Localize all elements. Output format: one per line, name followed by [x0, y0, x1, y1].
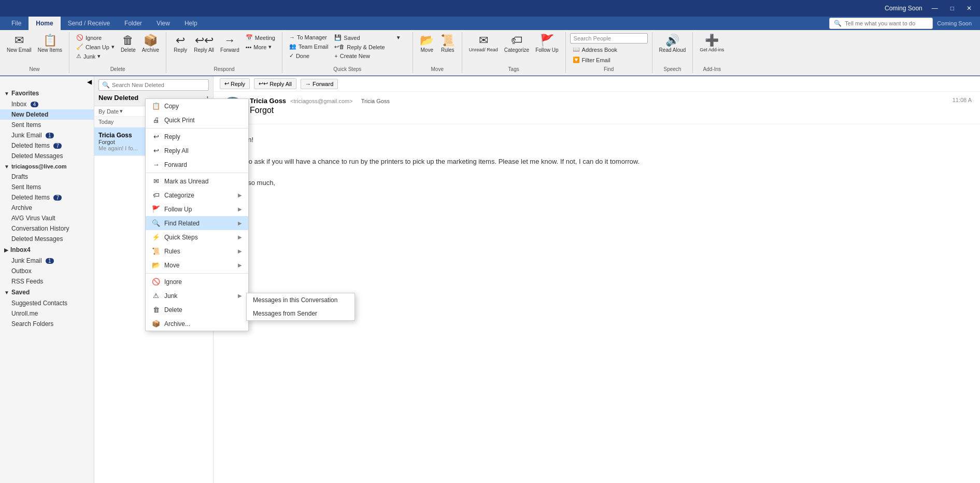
delete-button[interactable]: 🗑 Delete	[118, 33, 138, 54]
unread-read-button[interactable]: ✉ Unread/ Read	[466, 33, 501, 54]
tab-file[interactable]: File	[4, 17, 29, 30]
done-button[interactable]: ✓ Done	[287, 51, 331, 60]
move-buttons: 📂 Move 📜 Rules	[417, 33, 458, 65]
sidebar-item-suggested[interactable]: Suggested Contacts	[0, 298, 94, 308]
tab-view[interactable]: View	[149, 17, 177, 30]
filter-email-button[interactable]: 🔽 Filter Email	[570, 55, 613, 64]
tab-home[interactable]: Home	[29, 17, 60, 30]
ctx-follow-up[interactable]: 🚩 Follow Up ▶	[146, 202, 248, 216]
sidebar-item-avg[interactable]: AVG Virus Vault	[0, 213, 94, 223]
date-sort[interactable]: By Date ▾	[98, 108, 123, 115]
ctx-delete[interactable]: 🗑 Delete	[146, 303, 248, 317]
categorize-button[interactable]: 🏷 Categorize	[502, 33, 532, 54]
sidebar-item-new-deleted[interactable]: New Deleted	[0, 109, 94, 120]
saved-button[interactable]: 💾 Saved	[332, 33, 387, 42]
sidebar-item-sent[interactable]: Sent Items	[0, 120, 94, 130]
sidebar-item-account-deleted[interactable]: Deleted Items 7	[0, 192, 94, 203]
window-minimize[interactable]: —	[929, 5, 941, 12]
ctx-archive[interactable]: 📦 Archive...	[146, 317, 248, 331]
respond-buttons: ↩ Reply ↩↩ Reply All → Forward 📅 Meeting	[171, 33, 278, 65]
tell-me-box[interactable]: 🔍	[829, 18, 933, 29]
sidebar-inbox-header[interactable]: ▶ Inbox 4	[0, 244, 94, 255]
junk-icon: ⚠	[76, 53, 81, 60]
reply-delete-button[interactable]: ↩🗑 Reply & Delete	[332, 42, 387, 51]
sidebar-item-inbox[interactable]: Inbox 4	[0, 99, 94, 109]
sidebar-item-rss[interactable]: RSS Feeds	[0, 276, 94, 287]
create-new-button[interactable]: + Create New	[332, 52, 387, 60]
sidebar-account-header[interactable]: ▼ triciagoss@live.com	[0, 161, 94, 172]
submenu-messages-sender[interactable]: Messages from Sender	[247, 307, 354, 320]
new-items-button[interactable]: 📋 New Items	[35, 33, 65, 54]
context-menu: 📋 Copy 🖨 Quick Print ↩ Reply ↩ Reply All…	[145, 98, 249, 331]
cleanup-icon: 🧹	[76, 44, 83, 50]
junk-button[interactable]: ⚠ Junk ▾	[74, 52, 117, 61]
sidebar-item-junk[interactable]: Junk Email 1	[0, 130, 94, 140]
sidebar-item-search-folders[interactable]: Search Folders	[0, 319, 94, 329]
search-people-box[interactable]: Search People	[570, 33, 648, 44]
quicksteps-expand-button[interactable]: ▼	[389, 33, 408, 42]
ctx-move[interactable]: 📂 Move ▶	[146, 258, 248, 272]
tell-me-input[interactable]	[845, 20, 928, 26]
read-aloud-button[interactable]: 🔊 Read Aloud	[657, 33, 689, 54]
ctx-reply[interactable]: ↩ Reply	[146, 130, 248, 144]
sidebar-item-account-sent[interactable]: Sent Items	[0, 182, 94, 192]
ctx-ignore[interactable]: 🚫 Ignore	[146, 275, 248, 289]
more-respond-button[interactable]: ••• More ▾	[243, 42, 278, 51]
cleanup-button[interactable]: 🧹 Clean Up ▾	[74, 42, 117, 51]
email-sender: Tricia Goss	[98, 132, 132, 139]
ctx-junk[interactable]: ⚠ Junk ▶	[146, 289, 248, 303]
ctx-reply-all[interactable]: ↩ Reply All	[146, 144, 248, 158]
email-search-input[interactable]	[112, 82, 205, 88]
new-email-button[interactable]: ✉ New Email	[4, 33, 34, 54]
submenu-messages-conversation[interactable]: Messages in this Conversation	[247, 293, 354, 307]
ctx-quick-print[interactable]: 🖨 Quick Print	[146, 113, 248, 127]
ignore-button[interactable]: 🚫 Ignore	[74, 33, 117, 42]
move-button[interactable]: 📂 Move	[417, 33, 437, 54]
archive-button[interactable]: 📦 Archive	[139, 33, 162, 54]
ctx-copy[interactable]: 📋 Copy	[146, 99, 248, 113]
follow-up-button[interactable]: 🚩 Follow Up	[533, 33, 561, 54]
forward-action-button[interactable]: → Forward	[301, 79, 338, 89]
ctx-find-related[interactable]: 🔍 Find Related ▶	[146, 216, 248, 230]
sidebar-item-deleted-messages[interactable]: Deleted Messages	[0, 151, 94, 161]
meeting-button[interactable]: 📅 Meeting	[243, 33, 278, 42]
search-icon: 🔍	[834, 20, 842, 27]
email-search-box[interactable]: 🔍	[98, 79, 209, 91]
sidebar-item-archive[interactable]: Archive	[0, 203, 94, 213]
sidebar-favorites-header[interactable]: ▼ Favorites	[0, 88, 94, 99]
sidebar-item-drafts[interactable]: Drafts	[0, 172, 94, 182]
team-email-button[interactable]: 👥 Team Email	[287, 42, 331, 51]
reply-button[interactable]: ↩ Reply	[171, 33, 190, 54]
sidebar-item-acct-deleted-msg[interactable]: Deleted Messages	[0, 234, 94, 244]
sidebar-collapse[interactable]: ◀	[0, 76, 94, 88]
ctx-quick-steps[interactable]: ⚡ Quick Steps ▶	[146, 230, 248, 244]
to-manager-button[interactable]: → To Manager	[287, 33, 331, 41]
get-addins-button[interactable]: ➕ Get Add-ins	[697, 33, 727, 54]
reply-action-button[interactable]: ↩ Reply	[220, 78, 250, 89]
tab-send-receive[interactable]: Send / Receive	[61, 17, 117, 30]
email-header: TG Tricia Goss <triciagoss@gmail.com> Tr…	[214, 92, 980, 124]
sidebar-item-junk2[interactable]: Junk Email 1	[0, 255, 94, 266]
ctx-rules[interactable]: 📜 Rules ▶	[146, 244, 248, 258]
address-book-button[interactable]: 📖 Address Book	[570, 45, 620, 54]
sidebar-item-unroll[interactable]: Unroll.me	[0, 308, 94, 319]
ctx-mark-unread[interactable]: ✉ Mark as Unread	[146, 174, 248, 188]
ctx-archive-icon: 📦	[152, 320, 160, 328]
forward-button[interactable]: → Forward	[218, 33, 242, 54]
ctx-ignore-icon: 🚫	[152, 278, 160, 286]
sidebar-item-outbox[interactable]: Outbox	[0, 266, 94, 276]
ctx-forward[interactable]: → Forward	[146, 158, 248, 172]
new-buttons: ✉ New Email 📋 New Items	[4, 33, 65, 65]
collapse-icon[interactable]: ◀	[87, 78, 92, 86]
tab-folder[interactable]: Folder	[117, 17, 149, 30]
tab-help[interactable]: Help	[177, 17, 205, 30]
sidebar-saved-header[interactable]: ▼ Saved	[0, 287, 94, 298]
sidebar-item-deleted[interactable]: Deleted Items 7	[0, 140, 94, 151]
reply-all-action-button[interactable]: ↩↩ Reply All	[254, 78, 296, 89]
sidebar-item-conv-history[interactable]: Conversation History	[0, 223, 94, 234]
ctx-categorize[interactable]: 🏷 Categorize ▶	[146, 188, 248, 202]
rules-button[interactable]: 📜 Rules	[438, 33, 458, 54]
window-maximize[interactable]: □	[947, 5, 957, 12]
reply-all-button[interactable]: ↩↩ Reply All	[191, 33, 217, 54]
window-close[interactable]: ✕	[963, 5, 975, 12]
